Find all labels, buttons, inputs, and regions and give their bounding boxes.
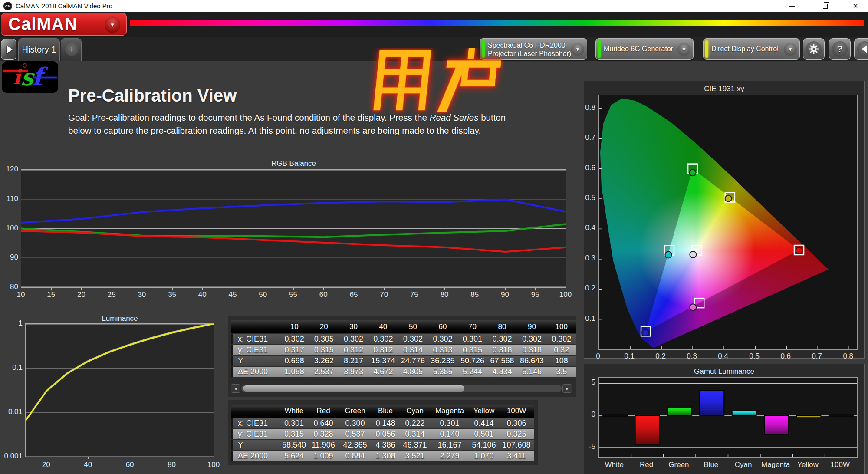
table-row: x: CIE310.3010.6400.3000.1480.2220.3010.…: [231, 418, 534, 428]
rgb-xtick-label: 50: [253, 290, 273, 299]
table-cell: 3.521: [399, 451, 431, 461]
table-header-cell: 70: [457, 320, 487, 333]
gamut-category-label: Cyan: [727, 461, 760, 469]
rgb-xtick-label: 25: [102, 290, 121, 299]
restore-icon: [823, 4, 828, 9]
rgb-ytick-label: 80: [0, 283, 18, 291]
lum-xtick-label: 80: [162, 461, 181, 469]
source-dropdown-icon[interactable]: ▼: [677, 43, 690, 56]
nav-forward-button[interactable]: [1, 39, 16, 60]
table-header-cell: Cyan: [399, 405, 431, 418]
row-label: y: CIE31: [231, 429, 280, 439]
cie-ytick-label: 0.5: [581, 194, 595, 202]
table-row: y: CIE310.3170.3150.3120.3120.3140.3130.…: [231, 345, 576, 355]
table-cell: 58.540: [280, 440, 308, 450]
cie-xtick-label: 0.7: [808, 352, 825, 361]
close-icon: ✕: [853, 2, 858, 10]
gamut-table-panel: WhiteRedGreenBlueCyanMagentaYellow100Wx:…: [228, 400, 538, 465]
rgb-xtick: [475, 288, 475, 290]
table-cell: 2.279: [431, 451, 469, 461]
table-cell: 50.726: [457, 356, 487, 366]
table-row: ΔE 20001.0582.5373.9734.6724.8055.3855.2…: [231, 367, 576, 377]
luminance-title: Luminance: [25, 314, 214, 323]
table-header-cell: 100: [547, 320, 576, 333]
row-label: Y: [231, 440, 280, 450]
restore-button[interactable]: [815, 0, 835, 12]
gamut-category-label: Blue: [695, 461, 727, 469]
rgb-xtick-label: 20: [72, 290, 91, 299]
rgb-xtick-label: 35: [163, 290, 182, 299]
cie-xtick-label: 0.4: [714, 352, 732, 361]
row-label: x: CIE31: [231, 334, 279, 344]
table-cell: 0.312: [339, 345, 368, 355]
table-header-cell: 80: [487, 320, 517, 333]
isf-letter-s: s: [21, 64, 33, 90]
rgb-xtick: [202, 288, 203, 290]
luminance-chart: [25, 323, 214, 457]
table-cell: 0.315: [309, 345, 339, 355]
table-cell: 0.640: [308, 418, 339, 428]
rgb-xtick-label: 75: [404, 290, 424, 299]
settings-button[interactable]: [803, 38, 825, 60]
scrollbar-thumb[interactable]: [243, 385, 464, 392]
help-button[interactable]: ?: [829, 38, 851, 60]
rgb-xtick: [263, 288, 263, 290]
table-cell: 1.009: [308, 451, 339, 461]
row-label: Y: [231, 356, 279, 366]
table-cell: 3.262: [309, 356, 339, 366]
rgb-xtick-label: 90: [496, 290, 515, 299]
minimize-button[interactable]: [782, 0, 802, 12]
table-header-cell: 10: [279, 320, 309, 333]
table-cell: 0.325: [499, 429, 534, 439]
cie-ytick-label: 0.3: [581, 254, 595, 263]
cie-xtick-label: 0.8: [839, 352, 857, 361]
calman-logo-button[interactable]: CalMAN ▼: [1, 13, 127, 36]
table-row: Y58.54011.90642.3654.38646.37116.16754.1…: [231, 440, 534, 450]
tab-add-button[interactable]: +: [61, 38, 82, 61]
rgb-xtick-label: 85: [465, 290, 484, 299]
table-cell: 0.328: [308, 429, 339, 439]
table-cell: 0.302: [279, 334, 309, 344]
scroll-right-button[interactable]: ►: [562, 384, 572, 393]
display-dropdown-icon[interactable]: ▼: [784, 43, 797, 56]
table-cell: 0.884: [339, 451, 372, 461]
watermark-chinese-user: [369, 48, 504, 114]
gamut-ytick-label: 5: [581, 378, 595, 387]
table-cell: 16.167: [431, 440, 469, 450]
gamut-luminance-chart: [598, 377, 858, 458]
source-device-button[interactable]: Murideo 6G Generator ▼: [595, 38, 694, 60]
cie-ytick-label: 0.7: [581, 133, 595, 142]
table-cell: 107.608: [499, 440, 534, 450]
cie-xtick-label: 0.5: [746, 352, 763, 361]
source-device-label: Murideo 6G Generator: [604, 45, 673, 53]
meter-dropdown-icon[interactable]: ▼: [571, 43, 584, 56]
lum-ytick-label: 1: [0, 319, 23, 328]
table-cell: 0.222: [399, 418, 431, 428]
lum-xtick: [214, 457, 214, 459]
lum-xtick-label: 40: [79, 461, 98, 469]
table-cell: 0.312: [368, 345, 398, 355]
rgb-xtick: [81, 288, 82, 290]
titlebar: CM CalMAN 2018 CalMAN Video Pro ✕: [0, 0, 868, 12]
rgb-xtick-label: 40: [193, 290, 212, 299]
cie-xtick-label: 0.2: [652, 352, 669, 361]
table-cell: 0.302: [368, 334, 398, 344]
gamut-category-label: 100W: [824, 461, 856, 469]
collapse-panel-button[interactable]: [854, 38, 868, 60]
close-button[interactable]: ✕: [845, 0, 865, 12]
table-cell: 5.385: [428, 367, 458, 377]
rgb-xtick: [21, 288, 21, 290]
display-control-button[interactable]: Direct Display Control ▼: [703, 38, 800, 60]
table-cell: 46.371: [399, 440, 431, 450]
table-cell: 24.776: [398, 356, 428, 366]
table-cell: 0.501: [469, 429, 499, 439]
gamut-category-label: White: [598, 461, 630, 469]
table-header-cell: Yellow: [469, 405, 499, 418]
cie-ytick-label: 0.8: [581, 103, 595, 112]
gamut-category-label: Green: [663, 461, 695, 469]
scroll-left-button[interactable]: ◄: [231, 384, 240, 393]
tab-history-1[interactable]: History 1: [18, 38, 60, 61]
brand-dropdown-icon[interactable]: ▼: [105, 16, 120, 33]
table-scrollbar[interactable]: [241, 385, 562, 392]
table-cell: 3.973: [339, 367, 368, 377]
